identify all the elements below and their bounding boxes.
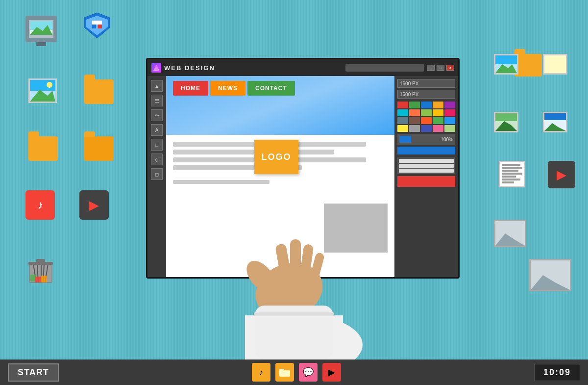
- taskbar: START ♪ 💬 ▶ 10:09: [0, 359, 588, 385]
- svg-marker-5: [86, 16, 108, 35]
- rect-tool[interactable]: □: [151, 139, 163, 151]
- color-blue2[interactable]: [444, 117, 455, 124]
- desktop-trash-icon[interactable]: [25, 254, 56, 284]
- taskbar-music-icon[interactable]: ♪: [252, 363, 270, 382]
- nav-news-button[interactable]: NEWS: [210, 81, 245, 96]
- svg-rect-21: [41, 276, 47, 282]
- desktop-folder4-icon[interactable]: [514, 54, 542, 77]
- trash-icon: [25, 254, 56, 284]
- monitor-icon: [25, 16, 57, 42]
- eraser-tool[interactable]: ◻: [151, 168, 163, 180]
- color-green[interactable]: [409, 102, 420, 108]
- desktop-music-icon[interactable]: ♪: [25, 190, 55, 220]
- monitor-screen: [29, 20, 53, 38]
- photo6-icon: [494, 220, 526, 247]
- color-purple[interactable]: [444, 102, 455, 108]
- color-red[interactable]: [397, 102, 408, 108]
- text-line-3: [399, 169, 454, 173]
- minimize-button[interactable]: _: [427, 65, 435, 71]
- text-line-1: [399, 159, 454, 163]
- nav-home-button[interactable]: HOME: [173, 81, 208, 96]
- svg-rect-39: [154, 66, 158, 70]
- color-yellow[interactable]: [397, 125, 408, 132]
- taskbar-chat-icon[interactable]: 💬: [299, 363, 318, 382]
- color-pink2[interactable]: [433, 125, 443, 132]
- desktop-video1-icon[interactable]: ▶: [79, 190, 109, 220]
- folder2-icon: [28, 136, 58, 161]
- doc1-icon: [499, 161, 525, 187]
- color-orange[interactable]: [433, 102, 443, 108]
- taskbar-red-icon[interactable]: ▶: [322, 363, 341, 382]
- color-indigo[interactable]: [421, 125, 432, 132]
- window-searchbar[interactable]: [345, 64, 424, 72]
- color-pink[interactable]: [444, 109, 455, 116]
- svg-rect-8: [92, 21, 102, 25]
- color-green2[interactable]: [433, 117, 443, 124]
- text-tool[interactable]: A: [151, 124, 163, 136]
- zoom-level: 100%: [441, 137, 453, 142]
- color-light-green[interactable]: [421, 109, 432, 116]
- width-field[interactable]: 1600 PX: [397, 79, 455, 88]
- desktop-photo4-icon[interactable]: [494, 112, 518, 132]
- start-button[interactable]: START: [8, 363, 59, 382]
- svg-point-12: [47, 82, 52, 88]
- color-light-green2[interactable]: [444, 125, 455, 132]
- color-amber[interactable]: [433, 109, 443, 116]
- desktop-shield-icon[interactable]: [82, 11, 112, 40]
- desktop-photo3-icon[interactable]: [543, 54, 567, 75]
- taskbar-clock: 10:09: [534, 364, 580, 381]
- photo1-icon: [28, 78, 57, 103]
- desktop-doc-icon[interactable]: [499, 161, 525, 187]
- photo3-icon: [543, 54, 567, 75]
- shield-icon: [82, 11, 112, 40]
- svg-rect-23: [36, 259, 45, 263]
- photo2-icon: [494, 54, 518, 75]
- window-titlebar: WEB DESIGN _ □ X: [147, 59, 458, 76]
- maximize-button[interactable]: □: [437, 65, 444, 71]
- close-button[interactable]: X: [446, 65, 454, 71]
- hand-svg: [225, 173, 363, 359]
- taskbar-icons: ♪ 💬 ▶: [252, 363, 341, 382]
- folder1-icon: [84, 79, 114, 104]
- select-tool[interactable]: ▲: [151, 80, 163, 92]
- color-deep-orange2[interactable]: [421, 117, 432, 124]
- color-blue[interactable]: [421, 102, 432, 108]
- photo4-icon: [494, 112, 518, 132]
- nav-contact-button[interactable]: CONTACT: [247, 81, 295, 96]
- svg-rect-32: [544, 113, 566, 120]
- color-blue-grey[interactable]: [397, 117, 408, 124]
- music-icon: ♪: [25, 190, 55, 220]
- desktop-photo7-icon[interactable]: [529, 259, 571, 291]
- desktop-photo2-icon[interactable]: [494, 54, 518, 75]
- pencil-tool[interactable]: ✏: [151, 109, 163, 121]
- left-toolbar: ▲ ☰ ✏ A □ ◇ ◻: [147, 76, 166, 277]
- svg-rect-20: [35, 277, 41, 282]
- diamond-tool[interactable]: ◇: [151, 154, 163, 165]
- color-cyan[interactable]: [397, 109, 408, 116]
- desktop-folder1-icon[interactable]: [84, 79, 114, 104]
- taskbar-folder-icon[interactable]: [275, 363, 294, 382]
- desktop-photo5-icon[interactable]: [543, 112, 567, 132]
- svg-rect-27: [544, 55, 566, 73]
- desktop-monitor-icon[interactable]: [25, 16, 57, 42]
- desktop-folder2-icon[interactable]: [28, 136, 58, 161]
- color-brown[interactable]: [409, 117, 420, 124]
- color-deep-orange[interactable]: [409, 109, 420, 116]
- desktop-folder3-icon[interactable]: [84, 136, 114, 161]
- desktop-video2-icon[interactable]: ▶: [548, 161, 575, 188]
- title-icon: [151, 63, 161, 73]
- color-grey[interactable]: [409, 125, 420, 132]
- height-field[interactable]: 1600 PX: [397, 90, 455, 99]
- zoom-row: 100%: [397, 134, 455, 145]
- folder3-icon: [84, 136, 114, 161]
- hand-overlay: [225, 173, 363, 359]
- logo-sticker[interactable]: LOGO: [254, 140, 298, 174]
- color-grid: [397, 102, 455, 132]
- svg-rect-29: [495, 113, 517, 121]
- text-line-2: [399, 164, 454, 168]
- window-title-text: WEB DESIGN: [164, 64, 343, 72]
- desktop-photo1-icon[interactable]: [28, 78, 57, 103]
- window-controls: _ □ X: [427, 65, 454, 71]
- menu-tool[interactable]: ☰: [151, 95, 163, 106]
- desktop-photo6-icon[interactable]: [494, 220, 526, 247]
